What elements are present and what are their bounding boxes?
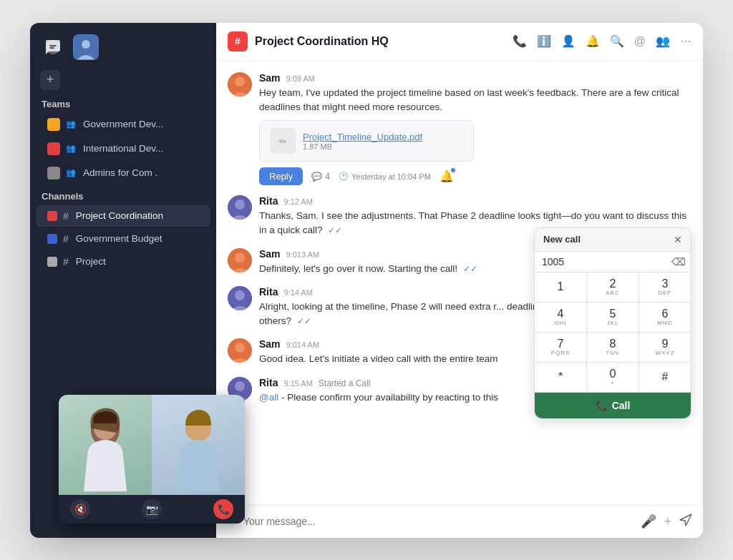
team-icon: 👥 <box>66 144 76 153</box>
dial-key-star[interactable]: * <box>535 363 586 392</box>
search-icon[interactable]: 🔍 <box>610 34 624 48</box>
sidebar-item-proj-coord[interactable]: # Project Coordination <box>36 205 210 227</box>
dial-key-2[interactable]: 2ABC <box>587 272 639 302</box>
end-call-button[interactable]: 📞 <box>213 499 233 519</box>
sidebar-item-intl-dev[interactable]: 👥 International Dev... <box>36 137 210 160</box>
dial-key-hash[interactable]: # <box>639 363 691 392</box>
add-icon[interactable]: + <box>664 514 671 529</box>
channel-hash-icon: # <box>63 210 69 222</box>
sidebar-item-gov-budget[interactable]: # Government Budget <box>36 228 210 250</box>
message-row: Sam 9:09 AM Hey team, I've updated the p… <box>228 72 691 186</box>
user-icon[interactable]: 👤 <box>561 34 576 48</box>
new-call-panel: New call ✕ ⌫ 1 2ABC 3DEF 4GHI 5JKL 6MNO … <box>534 227 691 419</box>
call-panel-header: New call ✕ <box>535 228 691 252</box>
channel-label: Project Coordination <box>76 210 163 221</box>
call-button[interactable]: 📞 Call <box>535 393 691 418</box>
channel-hash-icon: # <box>63 256 69 267</box>
video-faces <box>59 395 245 495</box>
team-label: International Dev... <box>83 143 163 154</box>
info-icon[interactable]: ℹ️ <box>537 34 551 48</box>
sender-name: Rita <box>259 286 278 298</box>
svg-point-3 <box>235 77 245 87</box>
team-icon: 👥 <box>66 168 76 177</box>
channel-color-dot <box>47 234 57 244</box>
message-time: 9:09 AM <box>286 74 315 83</box>
team-color-dot <box>47 118 60 131</box>
chat-title: Project Coordination HQ <box>255 35 505 48</box>
channel-color-dot <box>47 257 57 267</box>
file-name[interactable]: Project_Timeline_Update.pdf <box>303 132 463 142</box>
reply-time: 🕐 Yesterday at 10:04 PM <box>339 172 431 181</box>
svg-point-9 <box>235 290 245 300</box>
channel-label: Project <box>76 256 106 267</box>
dial-key-6[interactable]: 6MNO <box>639 303 691 332</box>
channels-section-title: Channels <box>30 185 216 205</box>
svg-point-5 <box>235 200 245 210</box>
sidebar-top <box>30 23 216 67</box>
dial-key-4[interactable]: 4GHI <box>535 303 586 332</box>
sender-name: Sam <box>259 338 281 350</box>
file-attachment: file Project_Timeline_Update.pdf 1.87 MB <box>259 120 474 162</box>
dial-key-8[interactable]: 8TUV <box>587 333 639 362</box>
mic-icon[interactable]: 🎤 <box>641 514 656 529</box>
video-face-right <box>152 395 245 495</box>
channel-hash-icon: # <box>63 233 69 245</box>
message-input[interactable] <box>243 516 634 527</box>
dial-key-0[interactable]: 0+ <box>587 363 639 392</box>
avatar <box>228 195 252 220</box>
mute-button[interactable]: 🔇 <box>70 499 90 519</box>
channel-label: Government Budget <box>76 233 162 244</box>
camera-button[interactable]: 📷 <box>142 499 162 519</box>
notification-bell-icon[interactable]: 🔔 <box>440 170 454 183</box>
sidebar-item-admins[interactable]: 👥 Admins for Com . <box>36 162 210 185</box>
backspace-icon[interactable]: ⌫ <box>671 256 686 267</box>
bell-icon[interactable]: 🔔 <box>586 34 600 48</box>
call-number-input[interactable] <box>542 256 667 267</box>
reply-button[interactable]: Reply <box>259 167 303 185</box>
mention: @all <box>259 392 278 403</box>
dial-key-7[interactable]: 7PQRS <box>535 333 586 362</box>
message-time: 9:14 AM <box>283 288 312 297</box>
avatar <box>228 338 252 363</box>
sidebar-item-project3[interactable]: # Project <box>36 251 210 272</box>
send-icon[interactable] <box>679 513 693 531</box>
more-icon[interactable]: ⋯ <box>680 34 691 48</box>
messages-area: Sam 9:09 AM Hey team, I've updated the p… <box>216 61 703 505</box>
sender-name: Sam <box>259 248 281 260</box>
dial-key-1[interactable]: 1 <box>535 272 586 302</box>
close-icon[interactable]: ✕ <box>674 234 682 245</box>
message-input-area: ☆ 🎤 + <box>216 505 703 538</box>
chat-header: # Project Coordination HQ 📞 ℹ️ 👤 🔔 🔍 @ 👥… <box>216 23 703 61</box>
svg-point-1 <box>82 40 90 49</box>
call-badge: Started a Call <box>319 378 371 388</box>
sender-name: Sam <box>259 72 281 84</box>
dial-key-3[interactable]: 3DEF <box>639 272 691 302</box>
team-label: Admins for Com . <box>83 167 157 178</box>
message-time: 9:014 AM <box>286 340 319 349</box>
dial-key-9[interactable]: 9WXYZ <box>639 333 691 362</box>
channel-color-dot <box>47 211 57 221</box>
team-color-dot <box>47 142 60 155</box>
add-workspace-button[interactable]: + <box>40 70 60 90</box>
header-icons: 📞 ℹ️ 👤 🔔 🔍 @ 👥 ⋯ <box>513 34 691 48</box>
sender-name: Rita <box>259 377 278 388</box>
channel-icon: # <box>228 31 248 51</box>
reaction-count: 💬 4 <box>311 172 330 182</box>
dialpad: 1 2ABC 3DEF 4GHI 5JKL 6MNO 7PQRS 8TUV 9W… <box>535 272 691 393</box>
message-text: Hey team, I've updated the project timel… <box>259 86 691 115</box>
user-avatar[interactable] <box>73 34 99 60</box>
at-icon[interactable]: @ <box>634 35 646 48</box>
message-actions: Reply 💬 4 🕐 Yesterday at 10:04 PM 🔔 <box>259 167 691 185</box>
message-time: 9:013 AM <box>286 250 319 259</box>
avatar <box>228 286 252 310</box>
team-icon[interactable]: 👥 <box>656 34 670 48</box>
call-phone-icon: 📞 <box>596 400 608 411</box>
message-time: 9:12 AM <box>283 197 312 206</box>
call-icon[interactable]: 📞 <box>513 34 527 48</box>
avatar <box>228 248 252 272</box>
file-icon: file <box>270 128 296 154</box>
sidebar-item-gov-dev[interactable]: 👥 Government Dev... <box>36 113 210 136</box>
dial-key-5[interactable]: 5JKL <box>587 303 639 332</box>
message-header: Sam 9:09 AM <box>259 72 691 84</box>
message-header: Rita 9:12 AM <box>259 195 691 207</box>
